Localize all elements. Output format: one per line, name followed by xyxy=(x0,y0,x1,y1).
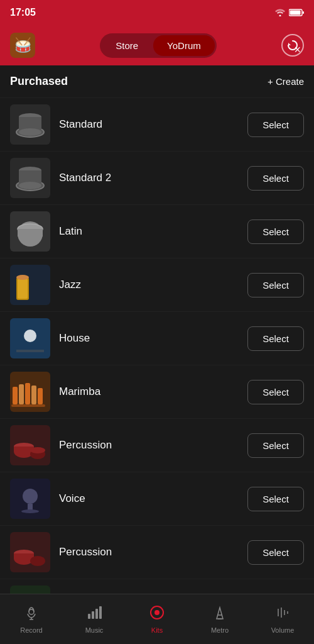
nav-item-record[interactable]: Record xyxy=(0,605,63,634)
svg-rect-27 xyxy=(25,383,30,404)
tab-yodrum[interactable]: YoDrum xyxy=(153,35,215,56)
svg-point-21 xyxy=(16,275,29,280)
bottom-nav: Record Music Kits Metro Volume xyxy=(0,594,314,644)
kit-item-percussion2: Percussion Select xyxy=(0,526,314,579)
select-button-jazz[interactable]: Select xyxy=(247,273,304,297)
kit-name-standard2: Standard 2 xyxy=(59,172,239,184)
logo-emoji: 🥁 xyxy=(14,37,31,53)
svg-rect-29 xyxy=(38,388,43,404)
music-label: Music xyxy=(85,626,104,634)
select-button-standard[interactable]: Select xyxy=(247,113,304,137)
select-button-voice[interactable]: Select xyxy=(247,487,304,511)
kit-thumb-house xyxy=(10,318,50,358)
kit-thumb-latin xyxy=(10,211,50,252)
svg-point-43 xyxy=(30,556,45,566)
kit-thumb-standard xyxy=(10,104,50,145)
svg-rect-57 xyxy=(88,614,90,619)
svg-rect-30 xyxy=(11,404,45,407)
select-button-house[interactable]: Select xyxy=(247,326,304,351)
kit-thumb-standard2 xyxy=(10,158,50,198)
logo-icon: 🥁 xyxy=(10,33,35,58)
kit-item-jazz: Jazz Select xyxy=(0,258,314,312)
kit-thumb-voice xyxy=(10,479,50,519)
select-button-latin[interactable]: Select xyxy=(247,219,304,244)
status-bar: 17:05 xyxy=(0,0,314,25)
svg-rect-2 xyxy=(303,11,304,14)
select-button-marimba[interactable]: Select xyxy=(247,380,304,404)
metro-label: Metro xyxy=(211,626,229,634)
svg-point-0 xyxy=(279,15,281,17)
svg-point-37 xyxy=(23,489,38,504)
kit-thumb-percussion xyxy=(10,425,50,465)
nav-tabs: Store YoDrum xyxy=(100,33,217,58)
svg-point-62 xyxy=(154,610,160,615)
svg-rect-59 xyxy=(95,609,98,619)
tab-store[interactable]: Store xyxy=(102,35,152,56)
kit-list: Standard Select Standard 2 Select Latin … xyxy=(0,98,314,644)
kit-name-standard: Standard xyxy=(59,118,239,131)
kits-icon xyxy=(149,605,165,624)
kit-name-percussion2: Percussion xyxy=(59,546,239,558)
svg-point-54 xyxy=(29,609,34,614)
battery-icon xyxy=(289,9,304,16)
nav-item-metro[interactable]: Metro xyxy=(188,605,251,634)
header: 🥁 Store YoDrum xyxy=(0,25,314,65)
record-label: Record xyxy=(20,626,42,634)
kit-item-latin: Latin Select xyxy=(0,205,314,258)
svg-rect-3 xyxy=(290,11,301,15)
svg-point-23 xyxy=(24,330,36,342)
kit-thumb-marimba xyxy=(10,372,50,412)
kit-name-voice: Voice xyxy=(59,492,239,505)
music-icon xyxy=(87,605,102,624)
svg-rect-20 xyxy=(18,279,28,299)
create-button[interactable]: + Create xyxy=(268,76,304,87)
volume-icon xyxy=(275,605,290,624)
kit-thumb-jazz xyxy=(10,265,50,305)
kit-name-marimba: Marimba xyxy=(59,386,239,398)
kit-thumb-percussion2 xyxy=(10,532,50,572)
nav-item-music[interactable]: Music xyxy=(63,605,126,634)
svg-rect-58 xyxy=(92,611,94,619)
svg-rect-42 xyxy=(14,553,34,558)
nav-item-volume[interactable]: Volume xyxy=(251,605,314,634)
wifi-icon xyxy=(275,9,285,16)
kit-name-latin: Latin xyxy=(59,225,239,238)
svg-point-14 xyxy=(19,182,41,189)
nav-item-kits[interactable]: Kits xyxy=(126,605,188,634)
svg-point-39 xyxy=(21,509,39,513)
record-icon xyxy=(24,605,39,624)
kit-name-house: House xyxy=(59,332,239,345)
svg-rect-18 xyxy=(18,229,43,236)
kit-name-percussion: Percussion xyxy=(59,439,239,452)
select-button-percussion2[interactable]: Select xyxy=(247,540,304,565)
kit-item-percussion: Percussion Select xyxy=(0,419,314,472)
svg-point-35 xyxy=(30,447,45,453)
kit-item-marimba: Marimba Select xyxy=(0,365,314,419)
metro-icon xyxy=(212,605,227,624)
close-button[interactable] xyxy=(281,34,304,57)
kit-item-voice: Voice Select xyxy=(0,472,314,526)
svg-rect-60 xyxy=(99,606,102,619)
select-button-standard2[interactable]: Select xyxy=(247,166,304,191)
refresh-icon xyxy=(287,40,298,51)
kit-name-jazz: Jazz xyxy=(59,279,239,291)
kits-label: Kits xyxy=(151,626,163,634)
status-icons xyxy=(275,9,304,16)
volume-label: Volume xyxy=(271,626,295,634)
svg-rect-26 xyxy=(19,384,24,404)
select-button-percussion[interactable]: Select xyxy=(247,433,304,458)
svg-rect-24 xyxy=(16,350,44,352)
svg-rect-25 xyxy=(13,387,18,404)
kit-item-standard: Standard Select xyxy=(0,98,314,152)
svg-marker-4 xyxy=(288,43,291,45)
kit-item-house: House Select xyxy=(0,312,314,365)
status-time: 17:05 xyxy=(10,7,36,18)
kit-item-standard2: Standard 2 Select xyxy=(0,152,314,205)
svg-point-9 xyxy=(19,128,41,136)
section-header: Purchased + Create xyxy=(0,65,314,98)
svg-rect-28 xyxy=(31,386,36,404)
section-title: Purchased xyxy=(10,75,68,88)
